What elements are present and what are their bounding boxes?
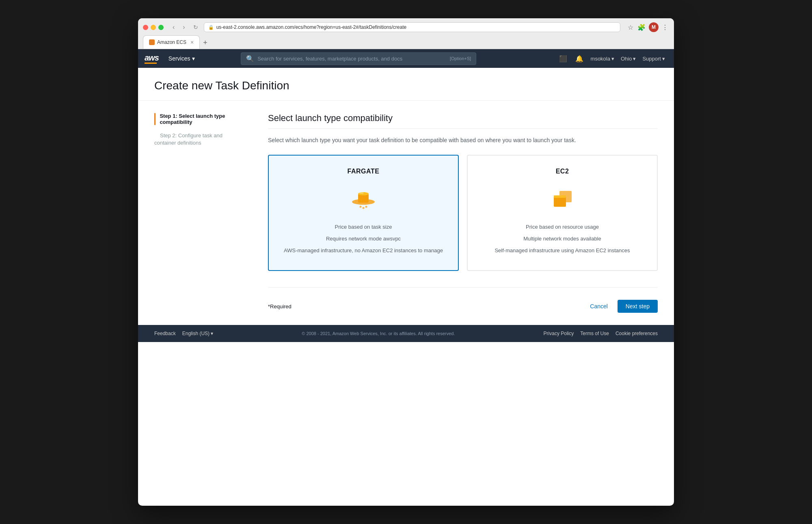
sidebar-step-2: Step 2: Configure task and container def…: [154, 132, 244, 146]
lock-icon: 🔒: [208, 25, 214, 30]
support-menu-button[interactable]: Support ▾: [640, 54, 667, 63]
user-avatar[interactable]: M: [649, 22, 659, 32]
services-chevron-icon: ▾: [192, 55, 195, 62]
tab-favicon: [149, 39, 155, 45]
ec2-feature-3: Self-managed infrastructure using Amazon…: [477, 247, 647, 255]
required-label: *Required: [268, 303, 292, 310]
next-step-button[interactable]: Next step: [618, 300, 658, 313]
content-area: Select launch type compatibility Select …: [252, 101, 674, 325]
copyright-text: © 2008 - 2021, Amazon Web Services, Inc.…: [302, 331, 455, 336]
region-chevron-icon: ▾: [633, 56, 636, 62]
step-indicator: [154, 113, 155, 125]
cancel-button[interactable]: Cancel: [585, 301, 613, 312]
aws-logo: aws: [145, 54, 159, 64]
user-menu-button[interactable]: msokola ▾: [588, 54, 617, 63]
browser-window: ‹ › ↻ 🔒 us-east-2.console.aws.amazon.com…: [138, 18, 674, 506]
svg-point-4: [360, 206, 362, 208]
star-icon[interactable]: ☆: [627, 22, 634, 32]
tabs-bar: Amazon ECS × +: [143, 35, 669, 49]
forward-button[interactable]: ›: [180, 23, 187, 32]
aws-navbar: aws Services ▾ 🔍 [Option+S] ⬛ 🔔 msokola …: [138, 49, 674, 68]
support-label: Support: [642, 56, 661, 62]
back-button[interactable]: ‹: [170, 23, 177, 32]
cloud-shell-icon[interactable]: ⬛: [556, 53, 570, 64]
feedback-button[interactable]: Feedback: [154, 331, 176, 336]
address-bar[interactable]: 🔒 us-east-2.console.aws.amazon.com/ecs/h…: [204, 22, 620, 32]
sidebar: Step 1: Select launch type compatibility…: [138, 101, 252, 325]
terms-of-use-link[interactable]: Terms of Use: [580, 331, 609, 336]
fargate-title: FARGATE: [279, 168, 448, 175]
fargate-card[interactable]: FARGATE: [268, 155, 459, 271]
ec2-icon: [548, 185, 577, 213]
footer-left: Feedback English (US) ▾: [154, 331, 213, 336]
refresh-button[interactable]: ↻: [191, 23, 201, 31]
language-button[interactable]: English (US) ▾: [182, 331, 213, 336]
ec2-title: EC2: [477, 168, 647, 175]
main-layout: Step 1: Select launch type compatibility…: [138, 101, 674, 325]
user-chevron-icon: ▾: [611, 56, 614, 62]
menu-icon[interactable]: ⋮: [661, 22, 669, 32]
browser-footer: Feedback English (US) ▾ © 2008 - 2021, A…: [138, 325, 674, 342]
svg-point-3: [359, 192, 364, 194]
fargate-features: Price based on task size Requires networ…: [279, 223, 448, 255]
fargate-icon: [349, 185, 378, 213]
launch-type-grid: FARGATE: [268, 155, 658, 271]
svg-rect-9: [554, 195, 566, 198]
tab-close-button[interactable]: ×: [190, 39, 194, 45]
search-icon: 🔍: [246, 55, 254, 63]
form-footer: *Required Cancel Next step: [268, 296, 658, 313]
privacy-policy-link[interactable]: Privacy Policy: [544, 331, 574, 336]
svg-point-6: [365, 206, 367, 208]
step2-label: Step 2: Configure task and container def…: [154, 132, 222, 146]
bottom-divider: [268, 287, 658, 288]
tab-title: Amazon ECS: [157, 39, 186, 45]
extension-icon[interactable]: 🧩: [637, 22, 646, 32]
step1-active: Step 1: Select launch type compatibility: [154, 113, 244, 125]
region-menu-button[interactable]: Ohio ▾: [618, 54, 638, 63]
footer-actions: Cancel Next step: [585, 300, 658, 313]
ec2-feature-1: Price based on resource usage: [477, 223, 647, 232]
close-button[interactable]: [143, 25, 148, 30]
footer-right: Privacy Policy Terms of Use Cookie prefe…: [544, 331, 658, 336]
services-menu-button[interactable]: Services ▾: [165, 54, 198, 63]
browser-chrome: ‹ › ↻ 🔒 us-east-2.console.aws.amazon.com…: [138, 18, 674, 49]
fargate-feature-2: Requires network mode awsvpc: [279, 235, 448, 243]
language-label: English (US): [182, 331, 209, 336]
feedback-label: Feedback: [154, 331, 176, 336]
aws-logo-underline: [145, 63, 157, 64]
svg-point-5: [363, 207, 365, 209]
maximize-button[interactable]: [158, 25, 164, 30]
footer-copyright: © 2008 - 2021, Amazon Web Services, Inc.…: [302, 331, 455, 336]
new-tab-button[interactable]: +: [200, 37, 211, 49]
url-text: us-east-2.console.aws.amazon.com/ecs/hom…: [216, 24, 407, 30]
ec2-features: Price based on resource usage Multiple n…: [477, 223, 647, 255]
user-name: msokola: [591, 56, 610, 62]
sidebar-step-1: Step 1: Select launch type compatibility: [154, 113, 244, 125]
section-description: Select which launch type you want your t…: [268, 137, 658, 143]
language-chevron-icon: ▾: [211, 331, 213, 336]
section-divider: [268, 128, 658, 129]
page-wrapper: Create new Task Definition Step 1: Selec…: [138, 68, 674, 325]
nav-right: ⬛ 🔔 msokola ▾ Ohio ▾ Support ▾: [556, 53, 667, 64]
page-title: Create new Task Definition: [154, 79, 658, 92]
search-shortcut: [Option+S]: [450, 56, 471, 61]
traffic-lights: [143, 25, 164, 30]
notifications-icon[interactable]: 🔔: [572, 53, 587, 64]
ec2-card[interactable]: EC2: [467, 155, 658, 271]
ec2-feature-2: Multiple network modes available: [477, 235, 647, 243]
services-label: Services: [168, 55, 190, 62]
minimize-button[interactable]: [151, 25, 156, 30]
section-title: Select launch type compatibility: [268, 113, 658, 123]
support-chevron-icon: ▾: [662, 56, 665, 62]
step1-label: Step 1: Select launch type compatibility: [160, 113, 244, 125]
cookie-preferences-link[interactable]: Cookie preferences: [615, 331, 658, 336]
fargate-feature-3: AWS-managed infrastructure, no Amazon EC…: [279, 247, 448, 255]
search-input[interactable]: [257, 56, 447, 62]
search-bar[interactable]: 🔍 [Option+S]: [241, 52, 476, 65]
aws-logo-text: aws: [145, 54, 159, 62]
active-tab[interactable]: Amazon ECS ×: [143, 35, 200, 49]
region-name: Ohio: [621, 56, 632, 62]
browser-controls: ‹ › ↻ 🔒 us-east-2.console.aws.amazon.com…: [143, 22, 669, 32]
page-header: Create new Task Definition: [138, 68, 674, 101]
browser-actions: ☆ 🧩 M ⋮: [627, 22, 669, 32]
